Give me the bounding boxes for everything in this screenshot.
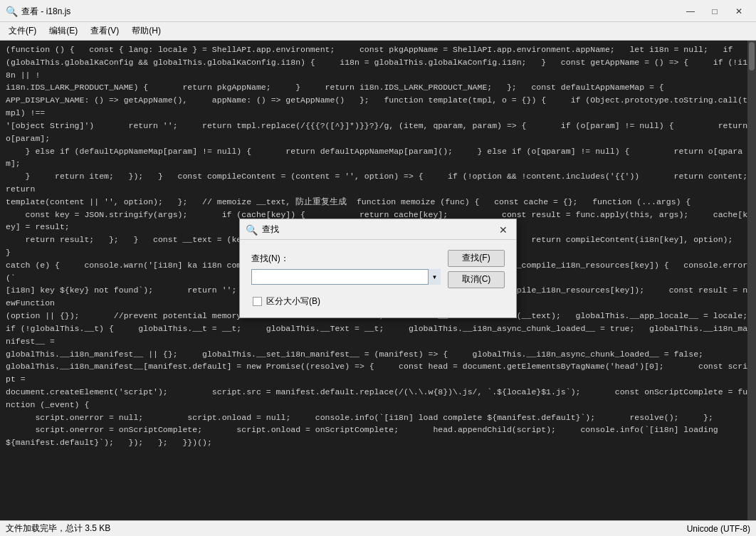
title-bar-controls: — □ ✕	[679, 4, 750, 19]
maximize-button[interactable]: □	[703, 4, 726, 19]
cancel-button[interactable]: 取消(C)	[448, 271, 505, 288]
minimize-button[interactable]: —	[679, 4, 702, 19]
dialog-title-bar: 🔍 查找 ✕	[240, 219, 516, 240]
find-label: 查找(N)：	[251, 253, 441, 265]
title-bar-left: 🔍 查看 - i18n.js	[6, 6, 70, 18]
find-dropdown-button[interactable]: ▼	[428, 269, 441, 285]
case-sensitive-checkbox[interactable]	[253, 297, 262, 306]
menu-view[interactable]: 查看(V)	[85, 23, 125, 38]
vertical-scrollbar[interactable]	[747, 41, 756, 520]
scrollbar-thumb[interactable]	[749, 42, 755, 70]
dialog-action-buttons: 查找(F) 取消(C)	[448, 250, 505, 288]
menu-file[interactable]: 文件(F)	[3, 23, 42, 38]
dialog-title-text: 查找	[262, 224, 279, 236]
find-dialog: 🔍 查找 ✕ 查找(N)： ▼ 查找(F) 取消(C)	[239, 219, 517, 318]
status-left: 文件加载完毕，总计 3.5 KB	[6, 522, 110, 535]
status-bar: 文件加载完毕，总计 3.5 KB Unicode (UTF-8)	[0, 520, 756, 536]
app-icon: 🔍	[6, 6, 17, 17]
dialog-close-button[interactable]: ✕	[496, 224, 510, 236]
find-input[interactable]	[251, 269, 441, 285]
case-sensitive-label[interactable]: 区分大小写(B)	[266, 295, 320, 308]
menu-bar: 文件(F) 编辑(E) 查看(V) 帮助(H)	[0, 22, 756, 41]
window-title: 查看 - i18n.js	[21, 6, 70, 18]
find-button[interactable]: 查找(F)	[448, 250, 505, 267]
status-right: Unicode (UTF-8)	[687, 524, 750, 534]
find-row: 查找(N)： ▼ 查找(F) 取消(C)	[251, 250, 505, 288]
title-bar: 🔍 查看 - i18n.js — □ ✕	[0, 0, 756, 22]
dialog-title-left: 🔍 查找	[246, 224, 279, 236]
dialog-icon: 🔍	[246, 224, 258, 236]
close-button[interactable]: ✕	[728, 4, 750, 19]
dialog-body: 查找(N)： ▼ 查找(F) 取消(C) 区分大小写(B)	[240, 240, 516, 317]
menu-help[interactable]: 帮助(H)	[126, 23, 167, 38]
case-sensitive-row: 区分大小写(B)	[251, 295, 505, 308]
menu-edit[interactable]: 编辑(E)	[43, 23, 83, 38]
find-input-wrapper: ▼	[251, 269, 441, 285]
